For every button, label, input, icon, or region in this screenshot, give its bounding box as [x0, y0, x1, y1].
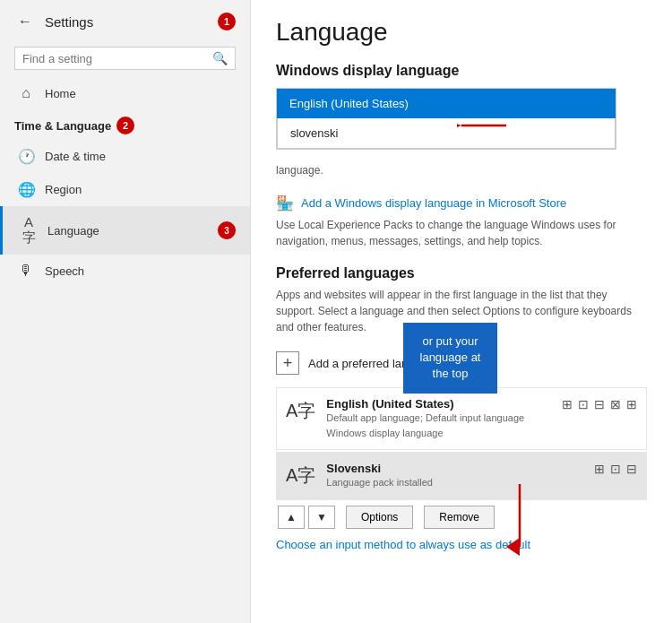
- back-button[interactable]: ←: [14, 11, 36, 32]
- store-icon: 🏪: [276, 195, 294, 212]
- add-language-text: Add a preferred language: [308, 357, 440, 370]
- clock-icon: 🕐: [18, 148, 34, 165]
- store-description: Use Local Experience Packs to change the…: [276, 217, 647, 249]
- language-item-detail2: Windows display language: [326, 426, 551, 441]
- language-item-detail1: Default app language; Default input lang…: [326, 411, 551, 426]
- language-badge: 3: [218, 221, 236, 239]
- language-item-detail-sl: Language pack installed: [326, 475, 583, 490]
- lang-action-icon-5[interactable]: ⊞: [626, 397, 637, 411]
- sidebar-header: ← Settings 1: [0, 0, 250, 43]
- sidebar-item-language[interactable]: A字 Language 3: [0, 206, 250, 255]
- sidebar-item-label: Region: [45, 183, 236, 196]
- options-button[interactable]: Options: [346, 506, 413, 529]
- preferred-section-title: Preferred languages: [276, 265, 647, 281]
- store-link-text: Add a Windows display language in Micros…: [301, 196, 566, 210]
- sidebar-item-speech[interactable]: 🎙 Speech: [0, 255, 250, 287]
- lang-action-icon-1[interactable]: ⊞: [562, 397, 573, 411]
- search-input[interactable]: [22, 52, 207, 65]
- search-box[interactable]: 🔍: [14, 47, 236, 70]
- windows-display-section-title: Windows display language: [276, 63, 647, 79]
- globe-icon: 🌐: [18, 181, 34, 198]
- language-item-icon: A字: [286, 399, 315, 423]
- move-down-button[interactable]: ▼: [308, 506, 335, 529]
- lang-action-icon-3[interactable]: ⊟: [594, 397, 605, 411]
- preferred-description: Apps and websites will appear in the fir…: [276, 287, 647, 335]
- section-label: Time & Language 2: [0, 109, 250, 140]
- language-item-slovenski[interactable]: A字 Slovenski Language pack installed ⊞ ⊡…: [276, 452, 647, 500]
- settings-badge: 1: [218, 13, 236, 30]
- sidebar-item-home[interactable]: ⌂ Home: [0, 77, 250, 109]
- sidebar-item-label: Speech: [45, 264, 236, 278]
- language-item-english[interactable]: A字 English (United States) Default app l…: [276, 387, 647, 450]
- sidebar-item-label: Date & time: [45, 150, 236, 163]
- language-item-info-sl: Slovenski Language pack installed: [326, 462, 583, 490]
- speech-icon: 🎙: [18, 263, 34, 279]
- search-icon[interactable]: 🔍: [212, 51, 228, 65]
- bottom-link[interactable]: Choose an input method to always use as …: [276, 538, 647, 551]
- page-title: Language: [276, 18, 647, 47]
- lang-action-icon-sl-2[interactable]: ⊡: [610, 462, 621, 476]
- language-dropdown[interactable]: English (United States) slovenski: [276, 88, 647, 150]
- language-item-info: English (United States) Default app lang…: [326, 397, 551, 440]
- store-link[interactable]: 🏪 Add a Windows display language in Micr…: [276, 195, 647, 212]
- language-item-actions-sl: ⊞ ⊡ ⊟: [594, 462, 637, 476]
- home-icon: ⌂: [18, 85, 34, 101]
- lang-action-icon-sl-1[interactable]: ⊞: [594, 462, 605, 476]
- sidebar-title: Settings: [45, 14, 209, 30]
- language-icon: A字: [21, 214, 37, 247]
- language-item-name: English (United States): [326, 397, 551, 411]
- sidebar-item-label: Home: [45, 87, 236, 100]
- move-up-button[interactable]: ▲: [278, 506, 305, 529]
- sidebar: ← Settings 1 🔍 ⌂ Home Time & Language 2 …: [0, 0, 251, 623]
- language-item-icon-sl: A字: [286, 463, 315, 488]
- lang-action-icon-4[interactable]: ⊠: [610, 397, 621, 411]
- move-buttons-row: ▲ ▼ Options Remove: [276, 506, 647, 529]
- dropdown-option-english[interactable]: English (United States): [277, 89, 616, 118]
- dropdown-option-slovenski[interactable]: slovenski: [277, 118, 616, 149]
- lang-action-icon-2[interactable]: ⊡: [578, 397, 589, 411]
- main-content: Language Windows display language Englis…: [251, 0, 672, 623]
- add-plus-icon[interactable]: +: [276, 351, 299, 375]
- remove-button[interactable]: Remove: [424, 506, 495, 529]
- sidebar-item-date[interactable]: 🕐 Date & time: [0, 140, 250, 173]
- sidebar-item-label: Language: [47, 224, 207, 238]
- add-language-row[interactable]: + Add a preferred language: [276, 348, 647, 378]
- sidebar-item-region[interactable]: 🌐 Region: [0, 173, 250, 206]
- language-item-name-sl: Slovenski: [326, 462, 583, 475]
- section-badge: 2: [116, 117, 134, 134]
- lang-action-icon-sl-3[interactable]: ⊟: [626, 462, 637, 476]
- language-item-actions: ⊞ ⊡ ⊟ ⊠ ⊞: [562, 397, 637, 411]
- language-desc-after: language.: [276, 162, 647, 178]
